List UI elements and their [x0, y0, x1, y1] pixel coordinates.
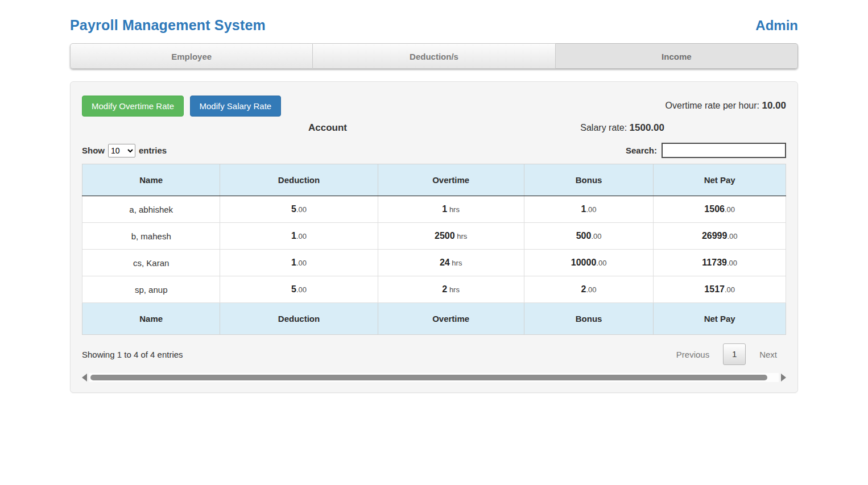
deduction-value: 1: [291, 258, 296, 267]
bonus-fraction: .00: [586, 285, 597, 294]
top-bar: Payroll Management System Admin: [70, 0, 798, 34]
page-length-select[interactable]: 10: [108, 144, 135, 157]
bonus-fraction: .00: [596, 259, 606, 267]
cell-netpay: 1517.00: [654, 276, 786, 303]
netpay-fraction: .00: [725, 205, 735, 214]
deduction-fraction: .00: [296, 259, 307, 267]
footer-column-overtime: Overtime: [378, 303, 524, 335]
pagination: Previous 1 Next: [667, 343, 786, 365]
deduction-fraction: .00: [296, 285, 307, 294]
income-panel: Modify Overtime Rate Modify Salary Rate …: [70, 81, 798, 393]
netpay-value: 1517: [704, 284, 725, 294]
search-control: Search:: [626, 143, 786, 158]
account-row: Account Salary rate: 1500.00: [82, 122, 786, 134]
cell-overtime: 2500 hrs: [378, 223, 524, 250]
scrollbar-thumb[interactable]: [90, 375, 767, 380]
table-row: sp, anup 5.00 2 hrs 2.00 1517.00: [82, 276, 786, 303]
tab-deductions[interactable]: Deduction/s: [313, 43, 555, 69]
bonus-value: 10000: [571, 258, 597, 267]
overtime-rate-value: 10.00: [762, 100, 786, 111]
column-header-bonus[interactable]: Bonus: [524, 164, 654, 196]
column-header-name[interactable]: Name: [82, 164, 220, 196]
cell-netpay: 11739.00: [654, 250, 786, 276]
table-row: cs, Karan 1.00 24 hrs 10000.00 11739.00: [82, 250, 786, 276]
table-controls-row: Show 10 entries Search:: [82, 143, 786, 158]
overtime-unit: hrs: [450, 259, 462, 267]
netpay-fraction: .00: [725, 285, 735, 294]
column-header-deduction[interactable]: Deduction: [220, 164, 378, 196]
search-label: Search:: [626, 146, 657, 155]
cell-netpay: 1506.00: [654, 196, 786, 223]
salary-rate-value: 1500.00: [630, 122, 664, 133]
deduction-value: 1: [291, 231, 296, 241]
cell-overtime: 1 hrs: [378, 196, 524, 223]
table-row: b, mahesh 1.00 2500 hrs 500.00 26999.00: [82, 223, 786, 250]
toolbar-buttons: Modify Overtime Rate Modify Salary Rate: [82, 96, 281, 117]
cell-bonus: 10000.00: [524, 250, 654, 276]
overtime-value: 2: [442, 284, 447, 294]
tab-employee[interactable]: Employee: [70, 43, 313, 69]
deduction-value: 5: [291, 204, 296, 214]
horizontal-scrollbar: [82, 373, 786, 382]
search-input[interactable]: [662, 143, 786, 158]
modify-salary-rate-button[interactable]: Modify Salary Rate: [190, 96, 282, 117]
cell-deduction: 1.00: [220, 250, 378, 276]
account-heading: Account: [308, 122, 347, 134]
column-header-overtime[interactable]: Overtime: [378, 164, 524, 196]
deduction-fraction: .00: [296, 205, 307, 214]
overtime-value: 1: [442, 204, 447, 214]
bonus-value: 500: [576, 231, 592, 241]
footer-header-row: Name Deduction Overtime Bonus Net Pay: [82, 303, 786, 335]
tab-bar: Employee Deduction/s Income: [70, 43, 798, 69]
overtime-unit: hrs: [447, 285, 460, 294]
scroll-left-arrow-icon[interactable]: [82, 374, 87, 382]
cell-bonus: 500.00: [524, 223, 654, 250]
table-foot: Name Deduction Overtime Bonus Net Pay: [82, 303, 786, 335]
footer-column-bonus: Bonus: [524, 303, 654, 335]
page-length-control: Show 10 entries: [82, 144, 167, 157]
bonus-value: 1: [581, 204, 586, 214]
next-page-button[interactable]: Next: [750, 350, 786, 359]
table-row: a, abhishek 5.00 1 hrs 1.00 1506.00: [82, 196, 786, 223]
bonus-fraction: .00: [591, 232, 601, 241]
page-container: Payroll Management System Admin Employee…: [70, 0, 798, 393]
netpay-value: 26999: [702, 231, 728, 241]
cell-name: sp, anup: [82, 276, 220, 303]
netpay-fraction: .00: [727, 232, 737, 241]
admin-link[interactable]: Admin: [755, 18, 798, 34]
modify-overtime-rate-button[interactable]: Modify Overtime Rate: [82, 96, 184, 117]
overtime-rate-line: Overtime rate per hour: 10.00: [666, 100, 786, 111]
tab-income[interactable]: Income: [556, 43, 798, 69]
entries-label: entries: [139, 146, 167, 155]
page-1-button[interactable]: 1: [723, 343, 746, 365]
footer-column-name: Name: [82, 303, 220, 335]
overtime-unit: hrs: [455, 232, 468, 241]
page-title: Payroll Management System: [70, 17, 266, 34]
netpay-value: 11739: [702, 258, 727, 267]
table-body: a, abhishek 5.00 1 hrs 1.00 1506.00 b, m…: [82, 196, 786, 303]
salary-rate-line: Salary rate: 1500.00: [580, 122, 664, 134]
cell-name: cs, Karan: [82, 250, 220, 276]
show-label: Show: [82, 146, 105, 155]
previous-page-button[interactable]: Previous: [667, 350, 718, 359]
netpay-fraction: .00: [727, 259, 737, 267]
cell-deduction: 1.00: [220, 223, 378, 250]
deduction-fraction: .00: [296, 232, 307, 241]
cell-bonus: 1.00: [524, 196, 654, 223]
scroll-right-arrow-icon[interactable]: [781, 374, 786, 382]
cell-deduction: 5.00: [220, 276, 378, 303]
bonus-value: 2: [581, 284, 586, 294]
cell-deduction: 5.00: [220, 196, 378, 223]
scrollbar-track[interactable]: [89, 373, 779, 382]
header-row: Name Deduction Overtime Bonus Net Pay: [82, 164, 786, 196]
bonus-fraction: .00: [586, 205, 597, 214]
overtime-value: 2500: [435, 231, 455, 241]
cell-name: b, mahesh: [82, 223, 220, 250]
toolbar-row: Modify Overtime Rate Modify Salary Rate …: [82, 96, 786, 117]
salary-rate-label: Salary rate:: [580, 123, 627, 132]
cell-name: a, abhishek: [82, 196, 220, 223]
cell-overtime: 2 hrs: [378, 276, 524, 303]
column-header-netpay[interactable]: Net Pay: [654, 164, 786, 196]
footer-column-deduction: Deduction: [220, 303, 378, 335]
table-head: Name Deduction Overtime Bonus Net Pay: [82, 164, 786, 196]
